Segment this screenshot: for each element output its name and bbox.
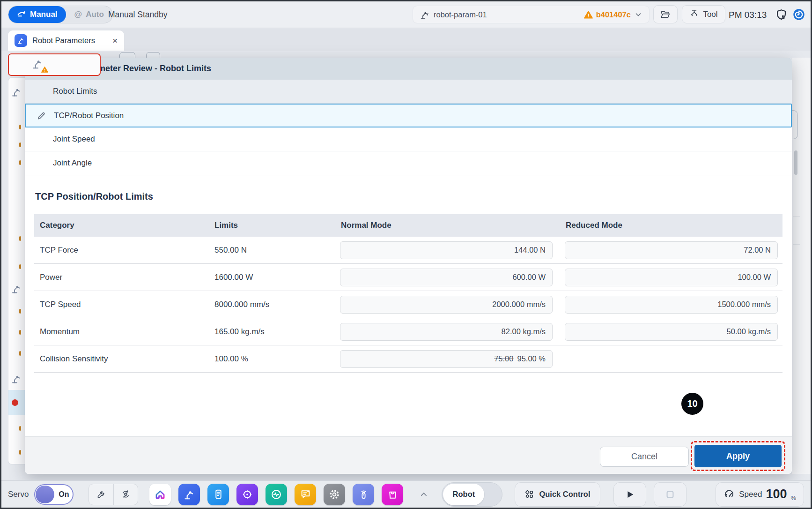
- background-field-fragment: [19, 330, 21, 335]
- normal-mode-input[interactable]: 82.00 kg.m/s: [340, 323, 553, 341]
- tab-robot-parameters[interactable]: Robot Parameters ×: [8, 30, 124, 51]
- normal-mode-input[interactable]: 144.00 N: [340, 241, 553, 259]
- background-field-fragment: [19, 142, 21, 147]
- dialog-title: Robot Parameter Review - Robot Limits: [25, 58, 792, 80]
- background-line-fragment: [793, 216, 800, 217]
- reduced-mode-input[interactable]: 1500.000 mm/s: [565, 296, 778, 314]
- mode-switch: Manual @ Auto: [8, 6, 113, 23]
- reduced-mode-input[interactable]: 100.00 W: [565, 269, 778, 286]
- robot-icon: [420, 10, 429, 20]
- auto-mode-button[interactable]: @ Auto: [66, 6, 112, 23]
- new-value: 95.00 %: [517, 354, 546, 363]
- row-limit: 8000.000 mm/s: [214, 300, 327, 309]
- quick-control-label: Quick Control: [539, 490, 590, 499]
- table-row-momentum: Momentum 165.00 kg.m/s 82.00 kg.m/s 50.0…: [34, 318, 782, 345]
- safety-shield-button[interactable]: [774, 7, 788, 22]
- menu-item-tcp-robot-position[interactable]: TCP/Robot Position: [25, 104, 792, 127]
- column-header-normal-mode: Normal Mode: [327, 221, 555, 230]
- menu-item-label: TCP/Robot Position: [54, 111, 124, 120]
- row-category: Momentum: [34, 327, 214, 337]
- background-right-strip: [792, 58, 811, 474]
- menu-item-robot-limits[interactable]: Robot Limits: [25, 80, 792, 104]
- speedometer-icon: [723, 488, 735, 500]
- robot-warning-icon: [31, 58, 45, 72]
- row-limit: 550.00 N: [214, 246, 327, 255]
- tool-button-group: [89, 484, 138, 505]
- alert-group[interactable]: b401407c: [584, 10, 642, 19]
- menu-item-label: Joint Angle: [53, 158, 92, 168]
- menu-item-joint-speed[interactable]: Joint Speed: [25, 127, 792, 151]
- annotation-dashed-box: Apply: [691, 441, 785, 471]
- param-file-selector[interactable]: robot-param-01 b401407c: [413, 6, 650, 23]
- background-field-fragment: [19, 160, 21, 165]
- reduced-mode-input[interactable]: 50.00 kg.m/s: [565, 323, 778, 341]
- speed-value: 100: [766, 487, 787, 502]
- auto-mode-icon: @: [74, 10, 82, 19]
- tab-close-icon[interactable]: ×: [112, 36, 118, 45]
- table-row-tcp-speed: TCP Speed 8000.000 mm/s 2000.000 mm/s 15…: [34, 291, 782, 318]
- background-field-fragment: [19, 125, 21, 129]
- servo-state: On: [55, 490, 73, 499]
- reduced-mode-input[interactable]: 72.00 N: [565, 241, 778, 259]
- robot-parameters-app-icon: [15, 34, 27, 47]
- background-panel-corner: [792, 110, 798, 139]
- cancel-button[interactable]: Cancel: [600, 447, 689, 467]
- dock-app-settings[interactable]: [324, 484, 345, 505]
- scrollbar-thumb[interactable]: [794, 150, 797, 175]
- apply-button[interactable]: Apply: [694, 445, 782, 467]
- row-category: Power: [34, 273, 214, 282]
- open-file-button[interactable]: [653, 5, 678, 23]
- background-field-fragment: [19, 450, 21, 455]
- robot-status-text: Manual Standby: [108, 1, 167, 28]
- table-row-tcp-force: TCP Force 550.00 N 144.00 N 72.00 N: [34, 237, 782, 264]
- dialog-body: TCP Position/Robot Limits Category Limit…: [25, 175, 792, 436]
- dock-app-monitoring[interactable]: [266, 484, 287, 505]
- dock-app-jog[interactable]: [236, 484, 258, 505]
- robot-external-toggle[interactable]: Robot: [442, 482, 502, 507]
- row-limit: 165.00 kg.m/s: [214, 327, 327, 337]
- normal-mode-input[interactable]: 600.00 W: [340, 269, 553, 286]
- dock-app-task-editor[interactable]: [207, 484, 229, 505]
- wrench-button[interactable]: [89, 484, 113, 505]
- table-row-collision-sensitivity: Collision Sensitivity 100.00 % 75.00 95.…: [34, 345, 782, 373]
- dock-app-robot-parameters[interactable]: [178, 484, 200, 505]
- quick-control-button[interactable]: Quick Control: [515, 482, 600, 507]
- column-header-category: Category: [34, 221, 214, 230]
- background-field-fragment: [19, 236, 21, 241]
- background-line-fragment: [793, 244, 800, 245]
- background-robot-icon: [11, 86, 22, 97]
- background-field-fragment: [19, 426, 21, 431]
- normal-mode-input[interactable]: 2000.000 mm/s: [340, 296, 553, 314]
- dock-app-store[interactable]: [382, 484, 403, 505]
- collision-recovery-button[interactable]: [792, 7, 806, 22]
- robot-toggle-active-segment: Robot: [443, 484, 484, 505]
- menu-item-joint-angle[interactable]: Joint Angle: [25, 151, 792, 175]
- row-limit: 1600.00 W: [214, 273, 327, 282]
- section-title: TCP Position/Robot Limits: [35, 191, 782, 202]
- align-move-button[interactable]: [113, 484, 138, 505]
- background-field-fragment: [19, 264, 21, 269]
- play-button[interactable]: [613, 482, 646, 507]
- normal-mode-input-edited[interactable]: 75.00 95.00 %: [340, 350, 553, 368]
- row-category: TCP Force: [34, 246, 214, 255]
- dock-app-message-log[interactable]: [295, 484, 316, 505]
- menu-item-label: Robot Limits: [53, 87, 97, 96]
- table-row-power: Power 1600.00 W 600.00 W 100.00 W: [34, 264, 782, 291]
- warning-icon: [584, 10, 593, 19]
- row-category: Collision Sensitivity: [34, 354, 214, 364]
- dialog-footer: Cancel Apply 10: [25, 436, 792, 474]
- dock-collapse-chevron[interactable]: [419, 490, 428, 499]
- top-bar: Manual @ Auto Manual Standby robot-param…: [1, 1, 811, 28]
- background-field-fragment: [19, 351, 21, 356]
- tool-icon: [689, 9, 699, 19]
- limits-table: Category Limits Normal Mode Reduced Mode…: [34, 214, 782, 373]
- tab-bar: Robot Parameters ×: [1, 28, 811, 51]
- manual-mode-button[interactable]: Manual: [8, 6, 66, 23]
- dock-app-home[interactable]: [149, 484, 171, 505]
- tool-button-label: Tool: [703, 10, 717, 19]
- tool-button[interactable]: Tool: [682, 5, 725, 23]
- dock-app-remote-control[interactable]: [353, 484, 374, 505]
- servo-toggle[interactable]: On: [34, 484, 74, 505]
- speed-control[interactable]: Speed 100 %: [716, 482, 804, 507]
- stop-button[interactable]: [654, 482, 687, 507]
